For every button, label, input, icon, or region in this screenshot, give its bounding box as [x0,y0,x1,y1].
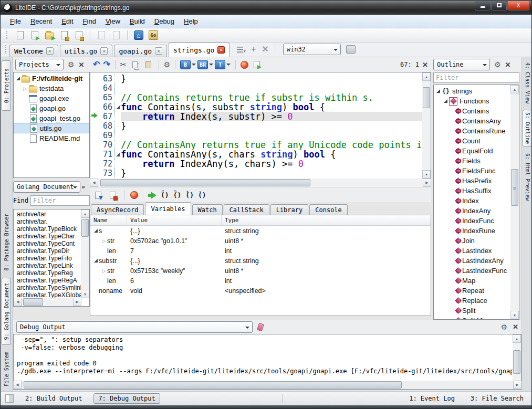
menu-file[interactable]: File [5,16,26,27]
tree-item[interactable]: {}strings [434,86,511,96]
tab-list-icon[interactable]: ☰▾ [236,46,245,54]
menu-find[interactable]: Find [78,16,101,27]
open-folder-icon[interactable] [44,30,55,40]
variable-row[interactable]: ▷str0x57153c "weekly"uint8 * [90,266,431,276]
save-file-icon[interactable] [59,30,69,40]
code-text[interactable]: func Contains(s, substr string) bool { [121,102,422,112]
new-file-icon[interactable] [15,30,25,40]
expander-icon[interactable]: ▷ [22,86,28,91]
step-over-icon[interactable]: ↱() [161,191,169,199]
editor-vscrollbar[interactable]: ▲▼ [422,72,431,179]
projects-gear-icon[interactable]: ⚙ [68,60,75,69]
dock-tab-outline[interactable]: 5: Outline [523,110,532,146]
menu-edit[interactable]: Edit [57,16,78,27]
code-text[interactable]: return IndexAny(s, chars) >= 0 [121,159,422,169]
status-debug-output[interactable]: 7: Debug Output [93,393,160,404]
code-text[interactable]: // ContainsAny returns true if any Unico… [121,140,422,150]
list-item[interactable]: archive/tar.TypeChar [14,233,81,240]
open-file-icon[interactable] [29,30,40,40]
minimize-button[interactable] [475,1,491,11]
debug-continue-icon[interactable] [151,192,157,199]
menu-help[interactable]: Help [179,16,203,27]
expander-icon[interactable]: ▷ [101,268,107,274]
debug-tab-asyncrecord[interactable]: AsyncRecord [91,204,144,215]
tree-item[interactable]: Split [434,306,511,316]
tree-item[interactable]: Functions [434,96,511,106]
cut-icon[interactable]: ✂ [120,60,127,69]
toolbar-grip[interactable] [6,31,8,39]
tree-item[interactable]: goapi.exe [14,93,89,103]
status-event-log[interactable]: 1: Event Log [405,394,459,403]
tree-item[interactable]: EqualFold [434,146,511,156]
list-item[interactable]: archive/tar.TypeLink [14,262,81,269]
expander-icon[interactable] [92,229,99,233]
tree-item[interactable]: Map [434,276,511,286]
target-combo[interactable]: win32 [283,44,341,55]
expander-icon[interactable] [442,99,448,103]
doc-tab[interactable]: goapi.go✕ [114,45,167,57]
tree-item[interactable]: HasPrefix [434,176,511,186]
maximize-button[interactable] [491,1,507,11]
stop-action-icon[interactable] [241,61,248,69]
build-button-b[interactable]: B [180,60,196,69]
outline-gear-icon[interactable]: ⚙ [494,60,501,69]
list-item[interactable]: archive/tar.TypeCont [14,240,81,247]
debug-tab-library[interactable]: Library [270,204,309,215]
col-name[interactable]: Name [90,215,127,226]
col-type[interactable]: Type [222,215,431,226]
overflow-chevron-icon[interactable]: » [81,183,85,191]
golang-document-combo[interactable]: Golang Document [13,181,80,193]
dock-toggle-icon[interactable] [5,394,14,403]
code-text[interactable]: func ContainsAny(s, chars string) bool { [121,150,422,159]
outline-vscrollbar[interactable]: ▲▼ [510,85,519,319]
outline-close-icon[interactable]: ✕ [505,61,511,69]
debug-tab-watch[interactable]: Watch [192,204,223,215]
doc-tab-close-icon[interactable]: ✕ [46,47,54,55]
remove-breakpoint-icon[interactable] [108,190,118,201]
undo-icon[interactable]: ↶ [93,60,100,69]
dock-tab-class-view[interactable]: 4: Class View [523,60,532,106]
status-build-output[interactable]: 2: Build Output [21,394,86,403]
home-icon[interactable]: ⌂ [133,30,144,40]
chevron-down-icon[interactable] [209,64,213,68]
projects-close-icon[interactable]: ✕ [79,61,85,69]
chevron-down-icon[interactable] [226,64,231,68]
doc-tab[interactable]: utils.go✕ [60,45,113,57]
tree-item[interactable]: IndexRune [434,226,511,236]
tree-item[interactable]: ▷testdata [14,83,89,93]
package-list-hscrollbar[interactable]: ◀▶ [14,298,81,306]
tree-item[interactable]: goapi.go [14,103,89,113]
list-item[interactable]: archive/tar.TypeRegA [14,277,81,284]
debug-tab-variables[interactable]: Variables [145,202,191,215]
list-item[interactable]: archive/tar.TypeBlock [14,225,81,233]
tree-item[interactable]: IndexAny [434,206,511,216]
variable-row[interactable]: ▷str0x5702ac "go1.0.1"uint8 * [90,236,431,246]
tree-item[interactable]: LastIndex [434,246,511,256]
tree-item[interactable]: utils.go [14,123,89,133]
output-combo[interactable]: Debug Output [16,321,253,333]
save-all-icon[interactable] [74,30,84,40]
close-button[interactable]: X [507,1,529,11]
titlebar[interactable]: LiteIDE - C:\Go\src\pkg\strings\strings.… [1,1,532,15]
code-text[interactable] [121,83,422,93]
doc-tab-close-icon[interactable]: ✕ [217,46,225,54]
outline-filter-input[interactable] [433,72,519,83]
expander-icon[interactable] [92,259,99,263]
dock-tab-html-preview[interactable]: 6: Html Preview [523,151,532,203]
tree-item[interactable]: Index [434,196,511,206]
variable-row[interactable]: len7int [90,246,431,256]
tree-item[interactable]: Join [434,236,511,246]
build-config-icon[interactable]: ⚙ [164,60,171,69]
dock-tab-projects[interactable]: 0: Projects [2,60,11,111]
col-value[interactable]: Value [127,215,222,226]
outline-combo[interactable]: Outline [433,59,490,70]
find-filter-input[interactable] [30,195,90,206]
insert-breakpoint-icon[interactable] [93,190,103,201]
tree-item[interactable]: FieldsFunc [434,166,511,176]
fold-marker-icon[interactable] [114,150,121,159]
tree-item[interactable]: Contains [434,106,511,116]
paste-icon[interactable] [143,59,154,70]
editor-hscrollbar[interactable]: ◀▶ [90,179,431,187]
build-button-br[interactable]: BR [197,60,213,69]
code-text[interactable]: return Index(s, substr) >= 0 [121,112,422,121]
